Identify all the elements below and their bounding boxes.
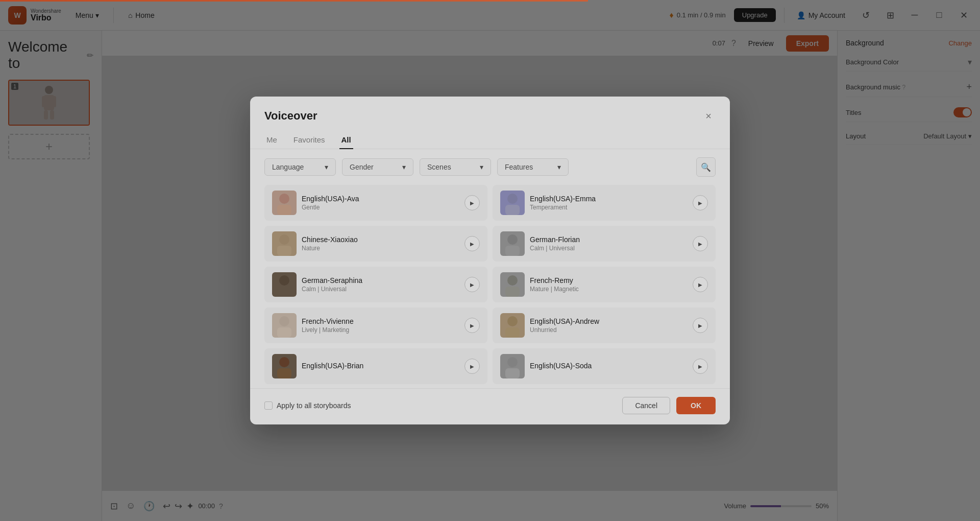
- play-button-soda[interactable]: ▶: [693, 359, 708, 374]
- dialog-footer: Apply to all storyboards Cancel OK: [250, 388, 730, 424]
- dialog-title: Voiceover: [264, 109, 317, 123]
- dialog-close-button[interactable]: ×: [701, 109, 716, 123]
- language-filter[interactable]: Language ▾: [264, 158, 336, 176]
- voice-avatar-brian: [272, 354, 297, 378]
- voice-info-florian: German-Florian Calm | Universal: [530, 235, 688, 252]
- play-button-remy[interactable]: ▶: [693, 277, 708, 292]
- svg-point-16: [279, 234, 289, 245]
- play-button-ava[interactable]: ▶: [464, 195, 480, 210]
- svg-point-30: [507, 357, 518, 367]
- voice-avatar-seraphina: [272, 272, 297, 297]
- search-button[interactable]: 🔍: [696, 157, 716, 177]
- voice-card-andrew[interactable]: English(USA)-Andrew Unhurried ▶: [493, 307, 716, 343]
- svg-point-14: [507, 194, 518, 204]
- play-button-brian[interactable]: ▶: [464, 359, 480, 374]
- svg-point-24: [279, 316, 289, 326]
- voiceover-dialog: Voiceover × Me Favorites All: [250, 97, 730, 424]
- voice-card-brian[interactable]: English(USA)-Brian ▶: [264, 348, 487, 384]
- svg-point-18: [507, 234, 518, 245]
- voice-avatar-vivienne: [272, 313, 297, 338]
- tab-all[interactable]: All: [339, 131, 353, 149]
- features-filter[interactable]: Features ▾: [497, 158, 569, 176]
- svg-rect-15: [505, 205, 520, 215]
- apply-all-checkbox[interactable]: [264, 401, 273, 410]
- svg-rect-29: [277, 368, 291, 378]
- play-button-seraphina[interactable]: ▶: [464, 277, 480, 292]
- gender-chevron-icon: ▾: [402, 163, 406, 171]
- play-button-andrew[interactable]: ▶: [693, 318, 708, 333]
- footer-buttons: Cancel OK: [622, 397, 716, 414]
- voice-avatar-soda: [500, 354, 525, 378]
- voice-card-soda[interactable]: English(USA)-Soda ▶: [493, 348, 716, 384]
- voice-info-soda: English(USA)-Soda: [530, 362, 688, 371]
- voice-card-ava[interactable]: English(USA)-Ava Gentle ▶: [264, 185, 487, 221]
- voice-card-emma[interactable]: English(USA)-Emma Temperament ▶: [493, 185, 716, 221]
- tab-favorites[interactable]: Favorites: [291, 131, 327, 149]
- voice-card-seraphina[interactable]: German-Seraphina Calm | Universal ▶: [264, 267, 487, 302]
- svg-point-28: [279, 357, 289, 367]
- voice-avatar-ava: [272, 191, 297, 215]
- voice-info-brian: English(USA)-Brian: [302, 362, 459, 371]
- voice-info-ava: English(USA)-Ava Gentle: [302, 195, 459, 211]
- voice-info-seraphina: German-Seraphina Calm | Universal: [302, 276, 459, 293]
- svg-rect-17: [277, 246, 291, 256]
- voice-avatar-andrew: [500, 313, 525, 338]
- voice-avatar-emma: [500, 191, 525, 215]
- voice-avatar-xiaoxiao: [272, 231, 297, 256]
- features-chevron-icon: ▾: [557, 163, 561, 171]
- dialog-filters: Language ▾ Gender ▾ Scenes ▾ Features ▾ …: [250, 149, 730, 185]
- cancel-button[interactable]: Cancel: [622, 397, 670, 414]
- voice-card-remy[interactable]: French-Remy Mature | Magnetic ▶: [493, 267, 716, 302]
- svg-rect-23: [505, 287, 520, 297]
- svg-rect-27: [505, 327, 520, 338]
- scenes-filter[interactable]: Scenes ▾: [420, 158, 491, 176]
- voice-card-vivienne[interactable]: French-Vivienne Lively | Marketing ▶: [264, 307, 487, 343]
- voice-info-remy: French-Remy Mature | Magnetic: [530, 276, 688, 293]
- svg-rect-19: [505, 246, 520, 256]
- dialog-overlay: Voiceover × Me Favorites All: [0, 0, 980, 521]
- ok-button[interactable]: OK: [676, 397, 716, 414]
- voice-info-vivienne: French-Vivienne Lively | Marketing: [302, 317, 459, 334]
- svg-rect-31: [505, 368, 520, 378]
- dialog-tabs: Me Favorites All: [250, 123, 730, 149]
- svg-point-12: [279, 194, 289, 204]
- voice-avatar-remy: [500, 272, 525, 297]
- voice-info-xiaoxiao: Chinese-Xiaoxiao Nature: [302, 235, 459, 252]
- svg-rect-13: [277, 205, 291, 215]
- dialog-header: Voiceover ×: [250, 97, 730, 123]
- tab-me[interactable]: Me: [264, 131, 279, 149]
- play-button-vivienne[interactable]: ▶: [464, 318, 480, 333]
- voice-info-andrew: English(USA)-Andrew Unhurried: [530, 317, 688, 334]
- svg-point-20: [279, 275, 289, 286]
- svg-rect-25: [277, 327, 291, 338]
- close-icon: ×: [705, 110, 712, 122]
- search-icon: 🔍: [701, 162, 711, 172]
- voice-avatar-florian: [500, 231, 525, 256]
- apply-all-option: Apply to all storyboards: [264, 401, 351, 410]
- voice-list: English(USA)-Ava Gentle ▶ English(USA)-E…: [250, 185, 730, 384]
- svg-rect-21: [277, 287, 291, 297]
- svg-point-26: [507, 316, 518, 326]
- play-button-emma[interactable]: ▶: [693, 195, 708, 210]
- gender-filter[interactable]: Gender ▾: [342, 158, 413, 176]
- play-button-florian[interactable]: ▶: [693, 236, 708, 251]
- voice-info-emma: English(USA)-Emma Temperament: [530, 195, 688, 211]
- play-button-xiaoxiao[interactable]: ▶: [464, 236, 480, 251]
- apply-all-label: Apply to all storyboards: [277, 401, 351, 410]
- voice-card-florian[interactable]: German-Florian Calm | Universal ▶: [493, 226, 716, 262]
- language-chevron-icon: ▾: [325, 163, 328, 171]
- voice-card-xiaoxiao[interactable]: Chinese-Xiaoxiao Nature ▶: [264, 226, 487, 262]
- scenes-chevron-icon: ▾: [480, 163, 483, 171]
- svg-point-22: [507, 275, 518, 286]
